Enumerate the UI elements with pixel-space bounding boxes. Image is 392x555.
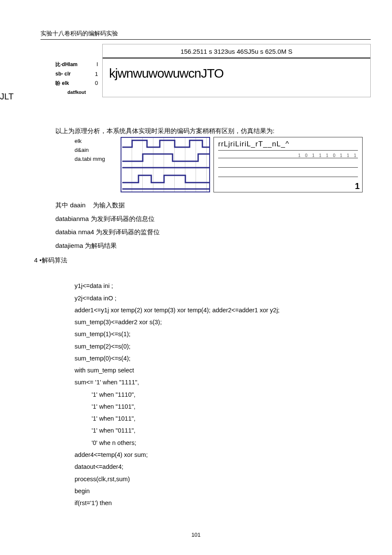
waveform-pane-1: 156.2511 s 3123us 46SJ5u s 625.0M S kjwn… (102, 44, 371, 97)
code-block: y1j<=data ini ; y2j<=data inO ; adder1<=… (75, 268, 371, 509)
sig-label: 比·dHlam (55, 61, 78, 68)
code-line: adder4<=temp(4) xor sum; (75, 451, 148, 458)
page-number: 101 (0, 532, 392, 538)
code-line: y2j<=data inO ; (75, 295, 116, 302)
waveform-chart (121, 137, 210, 192)
simulation-panel-1: 比·dHlam I sb- clr 1 吩 elk 0 datfkout 156… (38, 44, 371, 97)
code-line: sum<= '1' when "1111", (75, 379, 139, 386)
side-label: JLT (0, 92, 14, 102)
waveform-svg (121, 138, 209, 192)
simulation-panel-2: elk d&ain da.tabi mmg rrLjriLiriL_rT__nL… (75, 137, 371, 192)
waveform-text: kjwnwuwowuwcnJTO (103, 58, 370, 81)
signal-labels-1: 比·dHlam I sb- clr 1 吩 elk 0 datfkout (38, 44, 98, 97)
timing-text: 156.2511 s 3123us 46SJ5u s 625.0M S (103, 44, 370, 55)
code-line: dataout<=adder4; (75, 463, 124, 470)
code-line: y1j<=data ini ; (75, 282, 113, 289)
wave-text: rrLjriLiriL_rT__nL_^ (218, 140, 358, 151)
sig-label: d&ain (75, 147, 117, 153)
sig-value: 1 (95, 71, 98, 77)
bit-values: 1 0 1 1 1 0 1 1 1 (218, 153, 358, 158)
code-line: sum_temp(2)<=s(0); (75, 343, 130, 350)
sig-label: elk (75, 138, 117, 144)
page-header: 实验十八卷积码的编解码实验 (40, 30, 371, 40)
description-block: 其中 daain 为输入数据 databianma 为发到译码器的信息位 dat… (55, 198, 371, 252)
waveform-data-table: rrLjriLiriL_rT__nL_^ 1 0 1 1 1 0 1 1 1 1 (213, 137, 363, 192)
table-row (218, 177, 358, 186)
desc-line: 其中 daain 为输入数据 (55, 198, 371, 212)
algorithm-header: 4 •解码算法 (34, 256, 371, 264)
code-line: '1' when "1110", (75, 389, 371, 401)
code-line: process(clk,rst,sum) (75, 476, 130, 482)
code-line: '1' when "0111", (75, 424, 371, 436)
code-line: adder1<=y1j xor temp(2) xor temp(3) xor … (75, 307, 280, 314)
code-line: sum_temp(0)<=s(4); (75, 355, 130, 362)
desc-line: datajiema 为解码结果 (55, 239, 371, 253)
code-line: begin (75, 488, 89, 494)
code-line: '1' when "1011", (75, 413, 371, 424)
sig-label: datfkout (55, 90, 98, 95)
code-line: with sum_temp select (75, 367, 134, 374)
sig-label: sb- clr (55, 71, 71, 77)
desc-line: databia nma4 为发到译码器的监督位 (55, 225, 371, 239)
table-row (218, 158, 358, 167)
intro-paragraph: 以上为原理分析，本系统具体实现时采用的编码方案稍稍有区别，仿真结果为: (55, 127, 371, 135)
desc-line: databianma 为发到译码器的信息位 (55, 212, 371, 226)
code-line: '1' when "1101", (75, 401, 371, 413)
code-line: '0' whe n others; (75, 437, 371, 449)
sig-value: I (96, 61, 98, 68)
table-row (218, 167, 358, 177)
code-line: sum_temp(3)<=adder2 xor s(3); (75, 319, 162, 325)
code-line: sum_temp(1)<=s(1); (75, 331, 130, 337)
value-one: 1 (355, 181, 360, 191)
sig-label: da.tabi mmg (75, 156, 117, 162)
sig-value: 0 (95, 80, 98, 87)
signal-labels-2: elk d&ain da.tabi mmg (75, 137, 117, 192)
sig-label: 吩 elk (55, 80, 69, 87)
code-line: if(rst='1') then (75, 500, 112, 506)
